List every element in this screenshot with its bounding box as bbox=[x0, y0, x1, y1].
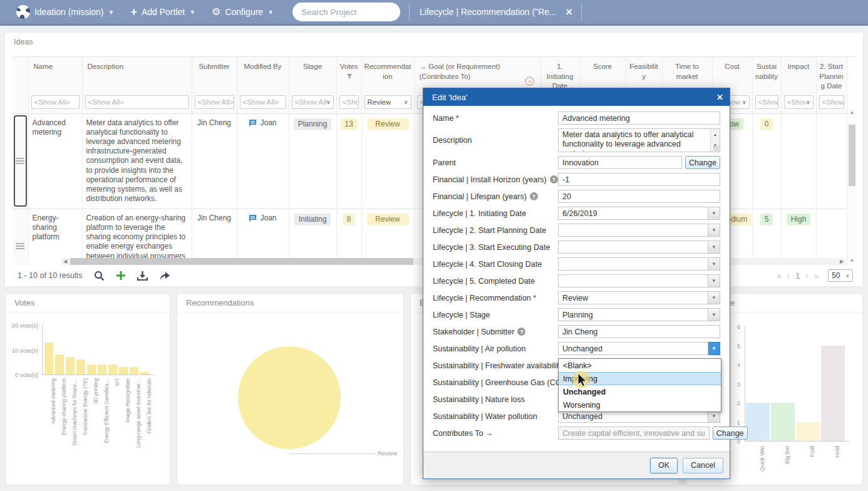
help-icon[interactable]: ? bbox=[530, 192, 538, 200]
combo-value[interactable] bbox=[558, 224, 708, 237]
combo-value[interactable] bbox=[558, 257, 708, 271]
combo-value[interactable]: Planning bbox=[558, 308, 708, 321]
dropdown-option-blank[interactable]: <Blank> bbox=[559, 359, 721, 372]
configure-menu[interactable]: ⚙ Configure ▼ bbox=[212, 7, 274, 17]
text-input[interactable]: -1 bbox=[558, 173, 720, 186]
dialog-header[interactable]: Edit 'Idea' ✕ bbox=[423, 88, 730, 106]
form-row-3: Financial | Install Horizon (years)?-1 bbox=[433, 173, 720, 186]
column-header-start_planning[interactable]: 2. Start Planning Date bbox=[816, 57, 847, 93]
column-header-name[interactable]: Name bbox=[28, 57, 82, 93]
combo-value[interactable]: Unchanged bbox=[558, 342, 708, 355]
project-search[interactable] bbox=[292, 3, 400, 21]
field-label-text: Parent bbox=[433, 158, 456, 167]
share-button[interactable] bbox=[159, 271, 170, 281]
combo-dropdown-button[interactable]: ▼ bbox=[708, 308, 720, 321]
ok-button[interactable]: OK bbox=[650, 458, 678, 473]
search-input[interactable] bbox=[301, 8, 391, 17]
field-label: Sustainability | Water pollution bbox=[433, 412, 558, 421]
text-input[interactable]: Advanced metering bbox=[558, 111, 720, 125]
combo-dropdown-button[interactable]: ▼ bbox=[708, 224, 720, 237]
page-next-button[interactable]: › bbox=[805, 271, 808, 281]
filter-input-name[interactable]: <Show All> bbox=[31, 95, 80, 109]
text-input[interactable]: Create capital efficient, innovative and… bbox=[558, 426, 710, 440]
download-button[interactable] bbox=[137, 271, 148, 281]
dialog-title: Edit 'Idea' bbox=[432, 93, 467, 102]
combo-dropdown-button[interactable]: ▼ bbox=[708, 240, 720, 254]
change-button[interactable]: Change bbox=[685, 156, 720, 169]
text-input[interactable]: Innovation bbox=[558, 156, 682, 169]
scrollbar-thumb[interactable] bbox=[849, 125, 855, 186]
column-header-submitter[interactable]: Submitter bbox=[192, 57, 237, 93]
vote-bar-2 bbox=[66, 357, 75, 375]
vertical-scrollbar[interactable]: ▲ ▼ bbox=[847, 108, 857, 265]
scroll-up-icon[interactable]: ▲ bbox=[847, 110, 857, 115]
resize-handle-icon[interactable] bbox=[713, 145, 719, 151]
filter-select-stage[interactable]: <Show All>∨ bbox=[292, 95, 334, 109]
add-portlet-menu[interactable]: + Add Portlet ▼ bbox=[130, 7, 195, 17]
filter-cell-start_planning: <Show All> bbox=[816, 93, 847, 114]
dialog-close-icon[interactable]: ✕ bbox=[716, 93, 723, 102]
form-row-6: Lifecycle | 2. Start Planning Date▼ bbox=[433, 224, 720, 237]
chevron-down-icon: ∨ bbox=[326, 99, 331, 105]
text-input[interactable]: Jin Cheng bbox=[558, 325, 720, 338]
help-icon[interactable]: ? bbox=[550, 175, 558, 183]
filter-input-submitter[interactable]: <Show All> bbox=[195, 95, 234, 109]
page-prev-button[interactable]: ‹ bbox=[787, 271, 790, 281]
combo-dropdown-button[interactable]: ▼ bbox=[708, 291, 720, 304]
scroll-right-icon[interactable]: ▶ bbox=[838, 259, 845, 264]
search-rows-button[interactable] bbox=[94, 271, 105, 281]
dropdown-option-improving[interactable]: Improving bbox=[559, 372, 721, 385]
combo-value[interactable]: 6/26/2019 bbox=[558, 207, 708, 220]
text-input[interactable]: 20 bbox=[558, 190, 720, 203]
column-header-modified_by[interactable]: Modified By bbox=[237, 57, 289, 93]
filter-input-start_planning[interactable]: <Show All> bbox=[819, 95, 844, 109]
column-header-handle[interactable] bbox=[13, 57, 28, 93]
column-header-stage[interactable]: Stage bbox=[289, 57, 336, 93]
dropdown-option-worsening[interactable]: Worsening bbox=[559, 398, 721, 411]
combo-dropdown-button[interactable]: ▼ bbox=[708, 257, 720, 271]
votes-badge: 13 bbox=[341, 118, 358, 130]
chart-title: Recommendations bbox=[186, 298, 254, 308]
chevron-down-icon: ∨ bbox=[806, 99, 810, 105]
filter-input-sustainability[interactable]: <Show All> bbox=[755, 95, 778, 109]
divider bbox=[6, 312, 170, 313]
drag-handle-icon[interactable] bbox=[16, 158, 24, 164]
help-icon[interactable]: ? bbox=[517, 328, 525, 336]
column-header-recommendation[interactable]: Recommendation bbox=[361, 57, 414, 93]
field-label: Parent bbox=[433, 158, 558, 167]
filter-select-impact[interactable]: <Show All>∨ bbox=[784, 95, 814, 109]
description-textarea[interactable]: Meter data analytics to offer analytical… bbox=[558, 128, 720, 152]
page-size-value: 50 bbox=[832, 271, 840, 280]
combo-value[interactable]: Review bbox=[558, 291, 708, 304]
change-button[interactable]: Change bbox=[713, 426, 748, 440]
combo-value[interactable] bbox=[558, 274, 708, 287]
filter-input-modified_by[interactable]: <Show All> bbox=[240, 95, 286, 109]
column-header-label: Feasibility bbox=[629, 63, 658, 80]
add-row-button[interactable] bbox=[116, 271, 126, 281]
filter-input-votes[interactable]: <Show All> bbox=[339, 95, 359, 109]
page-first-button[interactable]: « bbox=[777, 271, 782, 281]
page-size-select[interactable]: 50 ∨ bbox=[828, 269, 853, 282]
column-header-sustainability[interactable]: Sustainability bbox=[752, 57, 781, 93]
tab-lifecycle-recommendation[interactable]: Lifecycle | Recommendation ("Re... bbox=[420, 7, 557, 17]
scroll-left-icon[interactable]: ◀ bbox=[61, 259, 69, 264]
cancel-button[interactable]: Cancel bbox=[683, 458, 723, 473]
combo-dropdown-button[interactable]: ▼ bbox=[708, 342, 720, 355]
dropdown-option-unchanged[interactable]: Unchanged bbox=[559, 385, 721, 398]
filter-input-description[interactable]: <Show All> bbox=[85, 95, 189, 109]
field-label: Lifecycle | Stage bbox=[433, 311, 558, 319]
drag-handle-icon[interactable] bbox=[16, 243, 24, 249]
scrollbar-thumb[interactable] bbox=[70, 258, 413, 265]
column-header-impact[interactable]: Impact bbox=[781, 57, 816, 93]
column-header-description[interactable]: Description bbox=[82, 57, 192, 93]
combo-value[interactable] bbox=[558, 240, 708, 254]
combo-dropdown-button[interactable]: ▼ bbox=[708, 274, 720, 287]
page-last-button[interactable]: » bbox=[814, 271, 819, 281]
filter-select-recommendation[interactable]: Review∨ bbox=[364, 95, 411, 109]
tab-close-icon[interactable]: ✕ bbox=[566, 7, 573, 17]
scroll-down-icon[interactable]: ▼ bbox=[847, 258, 857, 264]
app-menu[interactable]: Ideation (mission) ▼ bbox=[16, 5, 114, 19]
panel-title: Ideas bbox=[14, 38, 33, 46]
column-header-votes[interactable]: Votes bbox=[336, 57, 361, 93]
combo-dropdown-button[interactable]: ▼ bbox=[708, 207, 720, 220]
